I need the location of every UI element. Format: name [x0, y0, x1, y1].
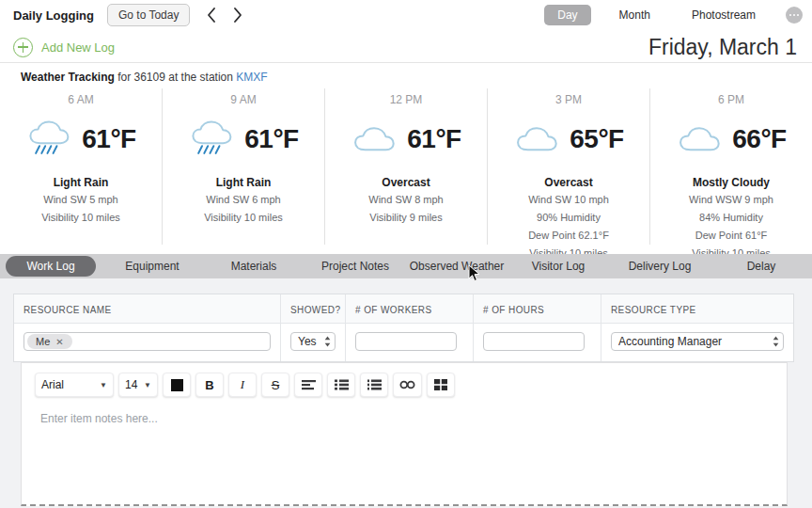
weather-detail: 84% Humidity	[650, 211, 812, 225]
weather-detail: Visibility 10 miles	[163, 211, 324, 225]
link-button[interactable]	[393, 373, 422, 397]
chevron-down-icon: ▼	[100, 381, 107, 389]
col-showed: Showed?	[290, 305, 340, 315]
more-options-icon[interactable]	[786, 7, 803, 24]
color-swatch-icon	[171, 379, 183, 391]
font-family-dropdown[interactable]: Arial ▼	[35, 373, 114, 397]
item-notes-editor: Arial ▼ 14 ▼ B I S	[21, 362, 788, 506]
condition: Overcast	[488, 176, 649, 189]
temperature: 65°F	[570, 124, 623, 154]
tab-equipment[interactable]: Equipment	[102, 260, 203, 273]
weather-tracking-text: for 36109 at the station	[115, 71, 236, 84]
bullet-list-button[interactable]	[327, 373, 355, 397]
condition: Light Rain	[163, 176, 324, 189]
weather-column-6pm: 6 PM 66°F Mostly Cloudy Wind WSW 9 mph 8…	[649, 88, 812, 245]
weather-detail: Visibility 10 miles	[0, 211, 162, 225]
rain-cloud-icon	[188, 119, 235, 160]
col-resource-name: Resource Name	[23, 305, 112, 315]
weather-detail: Wind WSW 9 mph	[650, 193, 812, 207]
weather-column-3pm: 3 PM 65°F Overcast Wind SW 10 mph 90% Hu…	[487, 88, 649, 245]
plus-icon	[13, 38, 33, 57]
weather-detail: Wind SW 10 mph	[488, 193, 649, 207]
ordered-list-button[interactable]	[360, 373, 388, 397]
cloud-icon	[676, 120, 723, 158]
condition: Mostly Cloudy	[650, 176, 812, 189]
tab-visitor-log[interactable]: Visitor Log	[508, 260, 609, 273]
insert-table-button[interactable]	[427, 373, 455, 397]
weather-detail: Visibility 9 miles	[325, 211, 487, 225]
font-size-dropdown[interactable]: 14 ▼	[118, 373, 158, 397]
add-new-log-button[interactable]: Add New Log	[13, 38, 115, 57]
weather-tracking-label: Weather Tracking	[21, 71, 115, 84]
weather-detail: Wind SW 5 mph	[0, 193, 162, 207]
remove-tag-icon[interactable]: ✕	[55, 337, 63, 347]
view-switcher: Day Month Photostream	[529, 5, 803, 25]
weather-detail: Wind SW 8 mph	[325, 193, 487, 207]
table-input-row: Me ✕ Yes	[14, 324, 793, 361]
tab-delivery-log[interactable]: Delivery Log	[609, 260, 710, 273]
tab-project-notes[interactable]: Project Notes	[304, 260, 406, 273]
table-header-row: Resource Name Showed? # of Workers # of …	[14, 294, 793, 324]
num-workers-input[interactable]	[355, 332, 457, 351]
work-log-table: Resource Name Showed? # of Workers # of …	[13, 294, 794, 362]
cloud-icon	[513, 120, 560, 158]
num-hours-input[interactable]	[483, 332, 585, 351]
go-to-today-button[interactable]: Go to Today	[107, 4, 191, 26]
temperature: 61°F	[82, 124, 135, 154]
weather-column-9am: 9 AM 61°F Light Rain Wind SW 6 mph Visib…	[162, 88, 324, 245]
resource-name-input[interactable]: Me ✕	[23, 332, 271, 351]
font-family-value: Arial	[41, 378, 64, 391]
ordered-list-icon	[367, 379, 382, 390]
showed-select[interactable]: Yes	[290, 332, 336, 351]
italic-button[interactable]: I	[228, 373, 257, 397]
rain-cloud-icon	[25, 119, 72, 160]
weather-column-12pm: 12 PM 61°F Overcast Wind SW 8 mph Visibi…	[324, 88, 487, 245]
col-num-workers: # of Workers	[355, 305, 431, 315]
page-title: Daily Logging	[13, 8, 94, 23]
editor-toolbar: Arial ▼ 14 ▼ B I S	[22, 363, 787, 397]
resource-tag-label: Me	[36, 336, 50, 347]
link-icon	[399, 379, 415, 390]
temperature: 61°F	[407, 124, 461, 154]
col-resource-type: Resource Type	[611, 305, 696, 315]
weather-grid: 6 AM 61°F Light Rain Wind SW 5 mph Visib…	[0, 88, 812, 245]
chevron-right-icon[interactable]	[229, 7, 246, 24]
select-stepper-icon	[773, 336, 779, 347]
select-stepper-icon	[324, 336, 331, 347]
weather-detail: 90% Humidity	[488, 211, 649, 225]
work-log-panel: Resource Name Showed? # of Workers # of …	[0, 278, 812, 508]
align-button[interactable]	[294, 373, 322, 397]
tab-materials[interactable]: Materials	[203, 260, 304, 273]
font-size-value: 14	[125, 378, 137, 391]
sub-header: Add New Log Friday, March 1	[0, 34, 812, 60]
add-new-log-label: Add New Log	[41, 40, 115, 55]
temperature: 66°F	[732, 124, 786, 154]
notes-input[interactable]: Enter item notes here...	[40, 412, 787, 425]
station-link[interactable]: KMXF	[236, 71, 267, 84]
table-icon	[434, 379, 447, 390]
bullet-list-icon	[335, 379, 349, 390]
bold-button[interactable]: B	[195, 373, 224, 397]
align-icon	[302, 379, 316, 390]
tab-observed-weather[interactable]: Observed Weather	[406, 260, 508, 273]
chevron-down-icon: ▼	[144, 381, 151, 389]
text-color-button[interactable]	[163, 373, 191, 397]
view-tab-month[interactable]: Month	[606, 5, 664, 25]
col-num-hours: # of Hours	[483, 305, 544, 315]
tab-delay[interactable]: Delay	[710, 260, 812, 273]
view-tab-day[interactable]: Day	[544, 5, 590, 25]
view-tab-photostream[interactable]: Photostream	[679, 5, 769, 25]
chevron-left-icon[interactable]	[203, 7, 220, 24]
strikethrough-button[interactable]: S	[261, 373, 289, 397]
weather-detail: Wind SW 6 mph	[163, 193, 324, 207]
weather-tracking-heading: Weather Tracking for 36109 at the statio…	[21, 71, 268, 84]
tab-work-log-pill: Work Log	[6, 256, 95, 277]
resource-type-select[interactable]: Accounting Manager	[611, 332, 784, 351]
resource-tag: Me ✕	[27, 334, 72, 349]
top-header: Daily Logging Go to Today Day Month Phot…	[0, 0, 812, 30]
condition: Overcast	[325, 176, 487, 189]
current-date: Friday, March 1	[648, 35, 797, 60]
condition: Light Rain	[0, 176, 162, 189]
tab-work-log[interactable]: Work Log	[0, 256, 102, 277]
weather-time: 6 PM	[650, 93, 812, 106]
